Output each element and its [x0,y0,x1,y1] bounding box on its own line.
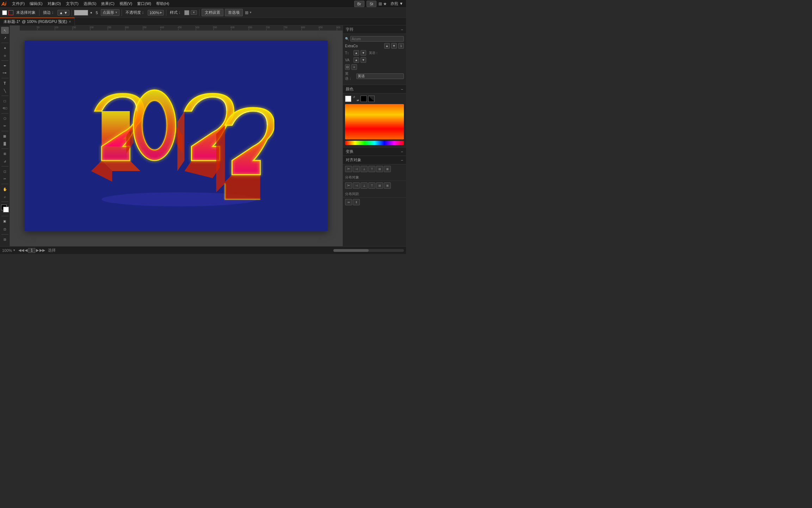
next-page-btn[interactable]: ▶▶ [39,248,45,253]
brush-dropdown[interactable]: 点圆形 ▼ [101,9,119,16]
size-up-btn[interactable]: ▲ [353,50,359,56]
menu-file[interactable]: 文件(F) [10,0,27,7]
dist-bottom-btn[interactable]: ⊞ [384,182,391,189]
paint-bucket-tool[interactable]: ⬡ [1,115,9,122]
bridge-btn[interactable]: Br [354,1,364,7]
text-tool[interactable]: T [1,80,9,87]
white-swatch[interactable] [345,96,351,102]
opacity-dropdown[interactable]: 100% ▶ [148,10,164,16]
color-gradient-picker[interactable] [345,104,404,139]
user-menu[interactable]: 亦煎 ▼ [389,0,405,7]
arrange-icon[interactable]: ⊞ [245,10,248,15]
preferences-btn[interactable]: 首选项 [225,9,243,16]
font-down-btn[interactable]: ▼ [391,43,397,49]
align-center-h-btn[interactable]: ⊣ [353,166,360,172]
size-down-btn[interactable]: ▼ [361,50,366,56]
normal-mode-icon[interactable]: □ [0,218,0,225]
menu-text[interactable]: 文字(T) [64,0,81,7]
scissors-tool[interactable]: ✂ [1,175,9,182]
menu-view[interactable]: 视图(V) [117,0,135,7]
swap-icon[interactable]: ⇄ [357,99,359,102]
kern-down-btn[interactable]: ▼ [361,57,366,63]
space-h-btn[interactable]: ⇔ [345,199,352,205]
canvas-area[interactable]: 50 100 150 200 250 300 350 400 4 [10,25,343,246]
prev-page-btn[interactable]: ◀◀ [18,248,24,253]
space-v-btn[interactable]: ⇕ [353,199,360,205]
line-tool[interactable]: ╲ [1,87,9,94]
menu-help[interactable]: 帮助(H) [154,0,171,7]
direct-selection-tool[interactable]: ↗ [1,34,9,41]
dist-center-v-btn[interactable]: ⊟ [376,182,383,189]
screen-mode-icon[interactable]: ▣ [1,218,9,225]
transform-tool[interactable]: ⟲□ [1,105,9,112]
style-swatch[interactable] [184,10,189,15]
screen-toggle[interactable]: ⊡ [1,226,9,233]
next-btn[interactable]: ▶ [36,248,39,253]
menu-window[interactable]: 窗口(W) [135,0,153,7]
align-center-v-btn[interactable]: ⊟ [376,166,383,172]
font-search-input[interactable] [350,36,404,42]
stroke-swatch[interactable] [8,10,13,15]
gradient-tool[interactable]: ▦ [1,133,9,140]
color-hue-strip[interactable] [345,141,404,145]
add-anchor-tool[interactable]: +✒ [1,69,9,77]
prev-btn[interactable]: ◀ [25,248,27,253]
lasso-tool[interactable]: ⌾ [1,52,9,59]
selection-tool[interactable]: ↖ [1,27,9,34]
brush-tool[interactable]: ✏ [1,122,9,129]
black-swatch[interactable] [361,96,367,102]
tab-close-btn[interactable]: × [69,20,71,24]
font-up-btn[interactable]: ▲ [384,43,390,49]
doc-setup-btn[interactable]: 文档设置 [202,9,223,16]
artboard-tool[interactable]: ⊞ [1,150,9,157]
shape-tool[interactable]: □ [1,97,9,104]
stroke-dropdown[interactable]: ▲ ▼ [57,10,69,16]
stock-btn[interactable]: St [367,1,376,7]
zoom-tool[interactable]: ⌕ [1,193,9,200]
align-panel-header[interactable]: 对齐对象 − [343,156,406,164]
panel-collapse-icon[interactable]: − [401,28,403,32]
artboards-panel-btn[interactable]: ⊟ [1,236,9,243]
tool-sep-8 [1,166,8,167]
transform-panel-header[interactable]: 变换 − [343,147,406,156]
zoom-dropdown[interactable]: 100% ▼ [2,248,16,253]
align-top-btn[interactable]: ⊤ [368,166,375,172]
menu-edit[interactable]: 编辑(E) [27,0,45,7]
kern-up-btn[interactable]: ▲ [353,57,359,63]
color-panel-collapse[interactable]: − [401,87,403,91]
stroke-down-icon[interactable]: ▼ [64,11,68,15]
dist-left-btn[interactable]: ⊢ [345,182,352,189]
page-input[interactable] [28,248,35,253]
style-dropdown[interactable]: ▼ [191,10,197,15]
graph-tool[interactable]: ▓ [1,140,9,147]
magic-wand-tool[interactable]: ✦ [1,44,9,52]
eraser-tool[interactable]: ◻ [1,168,9,175]
menu-object[interactable]: 对象(O) [45,0,63,7]
transform-collapse[interactable]: − [401,150,403,154]
align-bottom-btn[interactable]: ⊞ [384,166,391,172]
reset-icon[interactable]: ↺ [353,96,355,99]
stroke-up-icon[interactable]: ▲ [59,11,63,15]
pen-tool[interactable]: ✒ [1,62,9,69]
language-input[interactable] [356,73,404,79]
dist-top-btn[interactable]: ⊤ [368,182,375,189]
font-more-btn[interactable]: 1 [398,43,404,49]
menu-select[interactable]: 选择(S) [81,0,99,7]
color-panel-header[interactable]: 颜色 − [343,85,406,93]
align-left-icon[interactable]: ⊟ [345,64,350,70]
none-swatch[interactable] [368,96,375,102]
active-tab[interactable]: 未标题-1* @ 100% (RGB/GPU 预览) × [0,18,75,25]
fill-swatch[interactable] [2,10,7,15]
dist-right-btn[interactable]: ⊥ [361,182,368,189]
dist-center-h-btn[interactable]: ⊣ [353,182,360,189]
align-right-btn[interactable]: ⊥ [361,166,368,172]
align-left-btn[interactable]: ⊢ [345,166,352,172]
character-panel-header[interactable]: 字符 − [343,25,406,34]
menu-effect[interactable]: 效果(C) [99,0,116,7]
background-swatch[interactable] [3,207,9,212]
slice-tool[interactable]: ⊿ [1,158,9,165]
arrange-chevron[interactable]: ▼ [249,11,252,14]
hand-tool[interactable]: ✋ [1,186,9,193]
align-collapse[interactable]: − [401,158,403,162]
align-icon[interactable]: ≡ [351,64,357,70]
